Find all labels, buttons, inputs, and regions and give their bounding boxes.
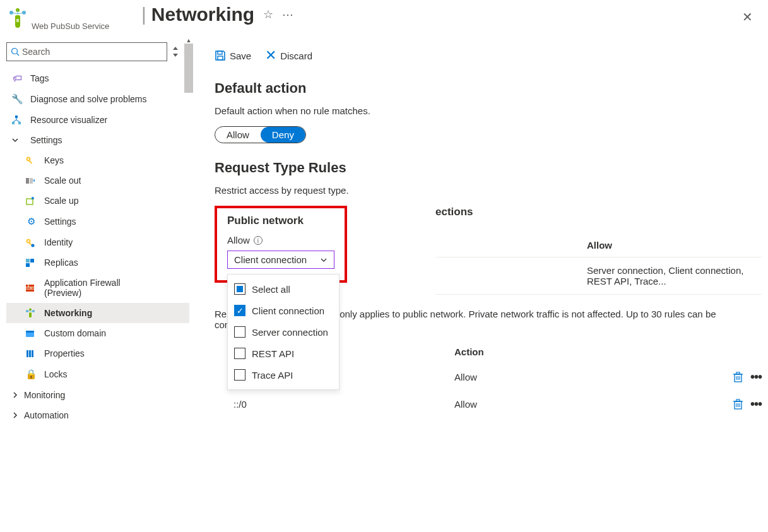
search-input[interactable]: Search bbox=[6, 42, 167, 61]
sidebar-section-settings[interactable]: Settings bbox=[6, 130, 189, 150]
sidebar-item-networking[interactable]: Networking bbox=[6, 303, 189, 323]
sidebar-item-scaleup[interactable]: Scale up bbox=[6, 191, 189, 211]
chevron-right-icon bbox=[11, 391, 19, 399]
service-icon bbox=[6, 8, 29, 30]
dropdown-option-trace[interactable]: Trace API bbox=[228, 364, 339, 386]
svg-point-4 bbox=[12, 49, 18, 54]
svg-rect-36 bbox=[218, 56, 223, 60]
table-row: ::/0 Allow ••• bbox=[215, 391, 762, 418]
chevron-down-icon bbox=[320, 256, 328, 264]
dropdown-selected-value: Client connection bbox=[234, 254, 307, 265]
dropdown-option-select-all[interactable]: Select all bbox=[228, 278, 339, 300]
sidebar-item-replicas[interactable]: Replicas bbox=[6, 252, 189, 273]
dropdown-option-server[interactable]: Server connection bbox=[228, 321, 339, 343]
svg-point-10 bbox=[28, 158, 30, 160]
allow-request-type-dropdown[interactable]: Client connection bbox=[227, 251, 334, 269]
action-cell: Allow bbox=[454, 399, 711, 410]
service-type-label: Web PubSub Service bbox=[32, 21, 768, 31]
action-column-header: Action bbox=[454, 346, 711, 357]
sidebar-item-label: Scale out bbox=[44, 175, 81, 186]
svg-rect-34 bbox=[32, 350, 33, 357]
toggle-allow-option[interactable]: Allow bbox=[215, 127, 261, 143]
save-button[interactable]: Save bbox=[215, 47, 251, 64]
sidebar-item-label: Monitoring bbox=[24, 390, 65, 400]
default-action-heading: Default action bbox=[215, 80, 762, 97]
svg-rect-12 bbox=[26, 178, 29, 184]
sidebar-item-settings[interactable]: ⚙ Settings bbox=[6, 211, 189, 232]
sidebar-item-label: Diagnose and solve problems bbox=[30, 94, 146, 104]
header-more-icon[interactable]: ⋯ bbox=[282, 8, 293, 21]
dropdown-option-client[interactable]: ✓ Client connection bbox=[228, 300, 339, 321]
dropdown-option-rest[interactable]: REST API bbox=[228, 343, 339, 364]
sidebar-item-scaleout[interactable]: Scale out bbox=[6, 170, 189, 191]
option-label: REST API bbox=[252, 348, 294, 359]
sidebar-nav: 🏷 Tags 🔧 Diagnose and solve problems Res… bbox=[6, 68, 189, 425]
scrollbar-thumb[interactable] bbox=[184, 44, 193, 93]
default-action-toggle[interactable]: Allow Deny bbox=[215, 126, 306, 143]
private-endpoint-block: ections Allow Server connection, Client … bbox=[435, 206, 762, 295]
sidebar-item-label: Custom domain bbox=[44, 328, 106, 338]
sidebar-item-visualizer[interactable]: Resource visualizer bbox=[6, 110, 189, 130]
favorite-star-icon[interactable]: ☆ bbox=[263, 8, 273, 21]
sort-icon[interactable] bbox=[172, 47, 179, 57]
wrench-icon: 🔧 bbox=[11, 93, 23, 105]
delete-row-icon[interactable] bbox=[733, 372, 743, 382]
sidebar-section-automation[interactable]: Automation bbox=[6, 405, 189, 425]
checkbox-unchecked[interactable] bbox=[234, 326, 245, 338]
row-more-icon[interactable]: ••• bbox=[750, 370, 762, 384]
row-more-icon[interactable]: ••• bbox=[750, 397, 762, 411]
svg-rect-3 bbox=[16, 19, 19, 22]
sidebar-item-label: Resource visualizer bbox=[30, 115, 107, 125]
checkbox-unchecked[interactable] bbox=[234, 369, 245, 381]
svg-rect-21 bbox=[26, 263, 30, 267]
tag-icon: 🏷 bbox=[11, 73, 23, 83]
checkbox-unchecked[interactable] bbox=[234, 348, 245, 359]
sidebar-item-tags[interactable]: 🏷 Tags bbox=[6, 68, 189, 88]
sidebar-item-custom-domain[interactable]: Custom domain bbox=[6, 323, 189, 343]
identity-key-icon bbox=[25, 238, 37, 247]
sidebar-item-label: Keys bbox=[44, 155, 64, 165]
public-network-heading: Public network bbox=[227, 215, 334, 227]
svg-rect-48 bbox=[736, 399, 740, 401]
key-icon bbox=[25, 156, 37, 165]
sidebar-item-locks[interactable]: 🔒 Locks bbox=[6, 364, 189, 385]
sidebar-item-label: Replicas bbox=[44, 257, 78, 268]
chevron-down-icon bbox=[11, 136, 23, 144]
svg-point-16 bbox=[28, 240, 30, 242]
svg-point-18 bbox=[32, 244, 35, 247]
scroll-up-icon[interactable]: ▲ bbox=[184, 37, 193, 44]
svg-rect-31 bbox=[26, 331, 34, 333]
checkbox-checked[interactable]: ✓ bbox=[234, 305, 245, 316]
sidebar-item-firewall[interactable]: Application Firewall (Preview) bbox=[6, 273, 189, 303]
pe-allow-value: Server connection, Client connection, RE… bbox=[587, 265, 762, 287]
sidebar: Search « 🏷 Tags 🔧 Diagnose and solve pro… bbox=[0, 36, 189, 432]
sidebar-item-properties[interactable]: Properties bbox=[6, 343, 189, 364]
discard-button[interactable]: ✕ Discard bbox=[265, 47, 312, 64]
allow-column-header: Allow bbox=[587, 240, 612, 251]
save-label: Save bbox=[230, 50, 251, 61]
info-icon[interactable]: i bbox=[254, 236, 263, 245]
sidebar-item-label: Networking bbox=[44, 308, 92, 318]
checkbox-partial[interactable] bbox=[234, 283, 245, 295]
toggle-deny-option[interactable]: Deny bbox=[261, 127, 305, 143]
cidr-cell: ::/0 bbox=[215, 399, 454, 410]
sidebar-section-monitoring[interactable]: Monitoring bbox=[6, 385, 189, 405]
sidebar-item-label: Identity bbox=[44, 237, 73, 247]
sidebar-scrollbar[interactable]: ▲ bbox=[184, 44, 193, 432]
properties-icon bbox=[25, 349, 37, 358]
sidebar-item-identity[interactable]: Identity bbox=[6, 232, 189, 252]
option-label: Select all bbox=[252, 284, 290, 295]
sidebar-item-diagnose[interactable]: 🔧 Diagnose and solve problems bbox=[6, 88, 189, 110]
allow-label: Allow bbox=[227, 235, 250, 245]
command-bar: Save ✕ Discard bbox=[215, 42, 762, 75]
sidebar-item-label: Automation bbox=[24, 410, 69, 420]
option-label: Client connection bbox=[252, 305, 324, 316]
default-action-desc: Default action when no rule matches. bbox=[215, 105, 762, 116]
option-label: Trace API bbox=[252, 370, 293, 381]
hierarchy-icon bbox=[11, 115, 23, 125]
sidebar-item-keys[interactable]: Keys bbox=[6, 150, 189, 170]
svg-rect-22 bbox=[26, 285, 34, 292]
request-rules-heading: Request Type Rules bbox=[215, 160, 762, 176]
delete-row-icon[interactable] bbox=[733, 399, 743, 410]
main-content: Save ✕ Discard Default action Default ac… bbox=[189, 36, 768, 432]
